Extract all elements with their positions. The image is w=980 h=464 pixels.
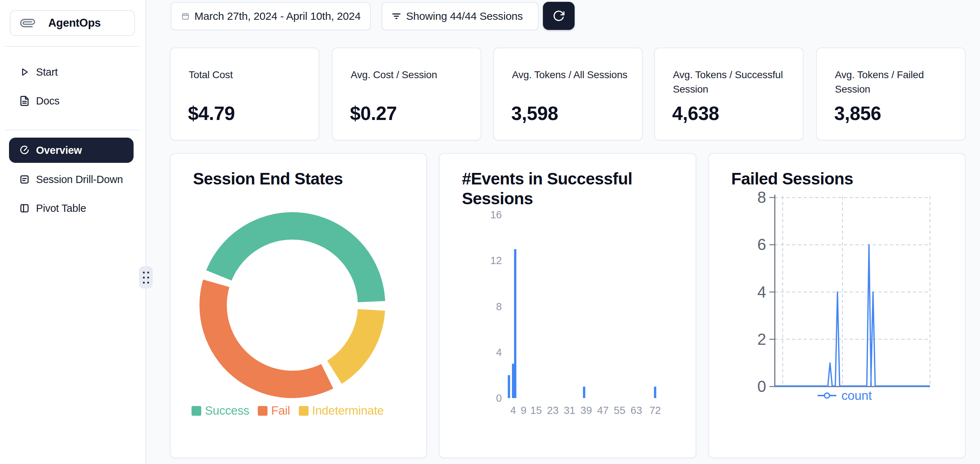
legend-swatch-icon (299, 406, 309, 416)
grip-dots-icon (143, 272, 149, 284)
paperclip-icon (18, 13, 38, 33)
logo-button[interactable]: AgentOps (10, 10, 135, 36)
line-chart-legend[interactable]: count (817, 388, 872, 403)
stat-value: 3,598 (511, 102, 558, 124)
date-range-button[interactable]: March 27th, 2024 - April 10th, 2024 (171, 2, 371, 30)
chart-card-session-end-states: Session End States SuccessFailIndetermin… (170, 153, 427, 458)
legend-swatch-icon (191, 406, 201, 416)
calendar-icon (181, 12, 189, 20)
svg-text:4: 4 (510, 405, 516, 416)
svg-text:8: 8 (757, 188, 766, 206)
agentops-dashboard: AgentOps Start Docs Overview (0, 0, 980, 464)
svg-text:39: 39 (581, 405, 592, 416)
sidebar-divider (5, 46, 140, 47)
refresh-icon (552, 10, 565, 22)
chart-card-events-successful: #Events in Successful Sessions 048121649… (439, 153, 696, 458)
svg-text:8: 8 (496, 301, 502, 313)
chart-card-failed-sessions: Failed Sessions 02468 count (708, 153, 966, 458)
svg-text:2: 2 (757, 330, 766, 348)
line-chart[interactable]: 02468 (709, 154, 966, 459)
svg-text:63: 63 (630, 405, 642, 416)
legend-swatch-icon (258, 406, 267, 416)
legend-item-indeterminate[interactable]: Indeterminate (299, 404, 384, 418)
sidebar-item-overview[interactable]: Overview (9, 138, 134, 163)
sidebar-item-label: Pivot Table (36, 203, 86, 214)
sidebar-item-docs[interactable]: Docs (0, 88, 145, 113)
stat-value: $0.27 (350, 102, 397, 124)
svg-text:15: 15 (530, 405, 542, 416)
sidebar-item-session-drill-down[interactable]: Session Drill-Down (0, 167, 145, 192)
sidebar: AgentOps Start Docs Overview (0, 0, 146, 464)
stat-label: Total Cost (189, 68, 307, 82)
svg-text:12: 12 (490, 255, 502, 266)
stat-label: Avg. Cost / Session (351, 68, 469, 82)
sidebar-item-label: Overview (36, 145, 82, 156)
svg-text:0: 0 (496, 392, 502, 404)
legend-item-fail[interactable]: Fail (258, 404, 290, 418)
legend-label: Fail (271, 404, 290, 418)
sidebar-divider (5, 130, 140, 131)
svg-text:16: 16 (490, 209, 502, 220)
stat-card-avg-tokens-all: Avg. Tokens / All Sessions 3,598 (493, 48, 643, 140)
list-box-icon (19, 174, 30, 185)
filter-icon (391, 11, 402, 22)
svg-text:4: 4 (496, 346, 502, 358)
stat-label: Avg. Tokens / All Sessions (512, 68, 631, 82)
sidebar-item-label: Start (36, 66, 57, 78)
legend-label: Indeterminate (312, 404, 384, 418)
svg-text:4: 4 (757, 283, 766, 301)
document-icon (19, 95, 30, 107)
svg-text:72: 72 (649, 405, 661, 416)
stat-value: 3,856 (834, 102, 881, 124)
stat-label: Avg. Tokens / Successful Session (673, 68, 792, 97)
sidebar-item-pivot-table[interactable]: Pivot Table (0, 196, 145, 221)
date-range-label: March 27th, 2024 - April 10th, 2024 (194, 10, 361, 22)
stat-card-avg-tokens-failed: Avg. Tokens / Failed Session 3,856 (816, 48, 966, 140)
legend-series-label: count (842, 388, 872, 403)
columns-icon (19, 203, 30, 214)
svg-text:9: 9 (520, 405, 527, 416)
legend-line-marker-icon (817, 391, 837, 400)
bar-chart[interactable]: 0481216491523313947556372 (440, 154, 697, 459)
svg-text:55: 55 (614, 405, 625, 416)
sidebar-item-start[interactable]: Start (0, 59, 145, 85)
logo-text: AgentOps (48, 17, 101, 30)
stat-value: 4,638 (672, 102, 719, 124)
stat-card-avg-cost-session: Avg. Cost / Session $0.27 (332, 48, 481, 140)
donut-legend[interactable]: SuccessFailIndeterminate (191, 404, 384, 418)
sidebar-resize-handle[interactable] (139, 266, 153, 289)
svg-text:23: 23 (547, 405, 558, 416)
session-filter-label: Showing 44/44 Sessions (406, 10, 523, 22)
refresh-button[interactable] (543, 2, 574, 30)
session-filter-button[interactable]: Showing 44/44 Sessions (382, 2, 539, 30)
play-icon (19, 66, 30, 78)
sidebar-item-label: Docs (36, 95, 59, 107)
gauge-icon (19, 145, 30, 156)
svg-text:6: 6 (757, 236, 766, 253)
stat-value: $4.79 (188, 102, 235, 124)
legend-label: Success (205, 404, 249, 418)
svg-text:47: 47 (597, 405, 608, 416)
stat-card-avg-tokens-successful: Avg. Tokens / Successful Session 4,638 (654, 48, 803, 140)
svg-text:31: 31 (564, 405, 575, 416)
sidebar-item-label: Session Drill-Down (36, 174, 123, 185)
stat-card-total-cost: Total Cost $4.79 (170, 48, 319, 140)
legend-item-success[interactable]: Success (191, 404, 249, 418)
stat-label: Avg. Tokens / Failed Session (835, 68, 954, 97)
svg-text:0: 0 (757, 378, 766, 395)
